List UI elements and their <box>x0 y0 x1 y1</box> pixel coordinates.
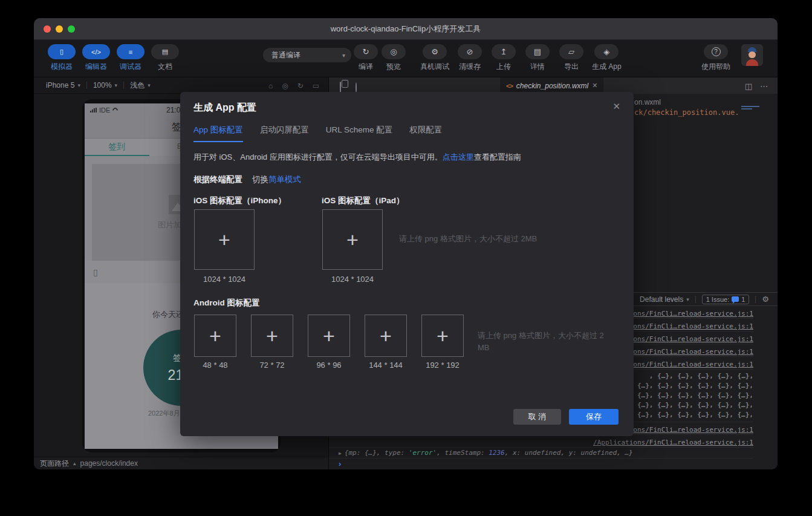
ios-iphone-section-title: iOS 图标配置（iPhone） <box>193 195 286 206</box>
source-link[interactable]: ons/FinCli…reload-service.js:1 <box>633 310 753 318</box>
cube-icon: ◈ <box>594 44 619 59</box>
simulator-label: 模拟器 <box>51 62 73 72</box>
sliders-icon: ≡ <box>129 48 132 56</box>
cell-glyph: ▯ <box>93 267 98 277</box>
tab-url-scheme-config[interactable]: URL Scheme 配置 <box>326 125 393 142</box>
tab-splash-config[interactable]: 启动闪屏配置 <box>260 125 309 142</box>
editor-button[interactable]: </> 编辑器 <box>82 44 111 72</box>
toolbar: ▯ 模拟器 </> 编辑器 ≡ 调试器 ▤ 文档 普通编译 ▾ <box>34 40 778 77</box>
settings-gear-icon[interactable]: ⚙ <box>762 295 769 304</box>
more-options-icon[interactable]: ⋯ <box>760 82 768 91</box>
minimap[interactable] <box>741 106 759 111</box>
home-icon[interactable]: ⌂ <box>268 82 273 90</box>
resize-icon[interactable]: ▭ <box>313 82 319 90</box>
clear-cache-label: 清缓存 <box>459 62 481 72</box>
device-debug-button[interactable]: ⚙ 真机调试 <box>420 44 449 72</box>
issues-button[interactable]: 1 Issue: 1 <box>702 295 750 304</box>
user-avatar[interactable] <box>741 44 763 66</box>
ipad-icon-upload[interactable]: + <box>322 209 383 270</box>
tab-app-icon-config[interactable]: App 图标配置 <box>193 125 243 142</box>
plus-icon: + <box>437 325 449 346</box>
chevron-down-icon: ▾ <box>115 82 118 88</box>
export-button[interactable]: ▱ 导出 <box>558 44 585 72</box>
theme-select[interactable]: 浅色 ▾ <box>124 80 157 91</box>
editor-label: 编辑器 <box>85 62 107 72</box>
plus-icon: + <box>346 229 359 250</box>
source-link[interactable]: ons/FinCli…reload-service.js:1 <box>633 361 753 368</box>
device-select[interactable]: iPhone 5 ▾ <box>40 81 86 90</box>
document-icon: ▤ <box>162 48 168 56</box>
signal-icon <box>90 108 97 113</box>
iphone-icon-upload[interactable]: + <box>194 209 255 270</box>
modal-description: 用于对 iOS、Android 应用图标进行配置，仅可在云端导出项目中可用。点击… <box>193 152 521 163</box>
android-192-upload[interactable]: + <box>421 315 464 357</box>
help-button[interactable]: ? 使用帮助 <box>701 44 730 72</box>
preview-button[interactable]: ◎ 预览 <box>380 44 407 72</box>
clear-cache-button[interactable]: ⊘ 清缓存 <box>456 44 483 72</box>
log-level-select[interactable]: Default levels ▾ <box>640 295 689 304</box>
theme-value: 浅色 <box>130 80 145 91</box>
tab-permission-config[interactable]: 权限配置 <box>409 125 442 142</box>
save-button[interactable]: 保存 <box>569 409 619 425</box>
page-path-bar: 页面路径 ▴ pages/clock/index <box>34 457 328 469</box>
caret-up-icon[interactable]: ▴ <box>73 460 76 466</box>
source-link[interactable]: ons/FinCli…reload-service.js:1 <box>633 426 753 434</box>
issues-count: 1 <box>741 296 745 303</box>
minimize-window-button[interactable] <box>56 25 63 33</box>
editor-code-line: ck/checkin_position.vue. <box>634 108 739 117</box>
upload-icon: ↥ <box>492 44 516 59</box>
toolbar-actions: ↻ 编译 ◎ 预览 ⚙ 真机调试 ⊘ 清缓存 ↥ 上传 <box>352 44 629 72</box>
compile-mode-select[interactable]: 普通编译 ▾ <box>263 48 351 62</box>
debugger-button[interactable]: ≡ 调试器 <box>116 44 145 72</box>
generate-app-button[interactable]: ◈ 生成 App <box>592 44 622 72</box>
android-144-upload[interactable]: + <box>365 315 407 357</box>
android-96-size: 96 * 96 <box>308 361 350 370</box>
split-view-icon[interactable]: ◫ <box>745 82 752 91</box>
expand-arrow-icon[interactable]: ▶ <box>339 451 342 456</box>
android-72-upload[interactable]: + <box>251 315 293 357</box>
source-link[interactable]: ons/FinCli…reload-service.js:1 <box>633 322 753 330</box>
source-link[interactable]: /Applications/FinCli…reload-service.js:1 <box>593 439 753 446</box>
phone-tab-checkin[interactable]: 签到 <box>85 139 149 156</box>
chevron-down-icon: ▾ <box>77 82 80 88</box>
eye-icon: ◎ <box>382 44 406 59</box>
error-type: 'error' <box>409 449 437 457</box>
android-96-upload[interactable]: + <box>308 315 350 357</box>
simulator-button[interactable]: ▯ 模拟器 <box>47 44 76 72</box>
upload-button[interactable]: ↥ 上传 <box>490 44 517 72</box>
guide-link[interactable]: 点击这里 <box>443 152 474 162</box>
avatar-body <box>746 59 758 66</box>
tab-checkin-position[interactable]: <> checkin_position.wxml ✕ <box>500 77 603 94</box>
ios-ipad-section-title: iOS 图标配置（iPad） <box>322 195 404 206</box>
close-modal-icon[interactable]: ✕ <box>612 101 620 112</box>
location-icon[interactable]: ◎ <box>282 82 288 90</box>
android-72-size: 72 * 72 <box>251 361 293 370</box>
android-48-upload[interactable]: + <box>194 315 236 357</box>
plus-icon: + <box>218 229 230 250</box>
page-path-value[interactable]: pages/clock/index <box>80 459 138 468</box>
export-label: 导出 <box>564 62 579 72</box>
titlebar: word-clock-qiandao-FinClip小程序开发工具 <box>34 18 778 40</box>
source-link[interactable]: ons/FinCli…reload-service.js:1 <box>633 348 753 356</box>
rotate-icon[interactable]: ↻ <box>297 82 304 90</box>
refresh-icon: ↻ <box>354 44 378 59</box>
android-hint-line2: MB <box>478 342 623 354</box>
details-button[interactable]: ▤ 详情 <box>524 44 551 72</box>
compile-button[interactable]: ↻ 编译 <box>352 44 379 72</box>
desktop: word-clock-qiandao-FinClip小程序开发工具 ▯ 模拟器 … <box>0 0 812 516</box>
close-window-button[interactable] <box>44 25 51 33</box>
debugger-label: 调试器 <box>120 62 141 72</box>
cancel-button[interactable]: 取 消 <box>513 409 561 425</box>
zoom-window-button[interactable] <box>68 25 75 33</box>
zoom-select[interactable]: 100% ▾ <box>87 81 123 90</box>
status-time: 21:0 <box>166 106 180 114</box>
carrier-label: IDE <box>99 106 110 114</box>
source-link[interactable]: ons/FinCli…reload-service.js:1 <box>633 335 753 343</box>
device-value: iPhone 5 <box>46 81 74 90</box>
simple-mode-link[interactable]: 简单模式 <box>268 175 301 184</box>
android-192-size: 192 * 192 <box>421 361 464 370</box>
close-tab-icon[interactable]: ✕ <box>592 82 597 90</box>
console-prompt[interactable]: › <box>329 458 753 469</box>
divider <box>755 296 756 303</box>
docs-button[interactable]: ▤ 文档 <box>151 44 180 72</box>
